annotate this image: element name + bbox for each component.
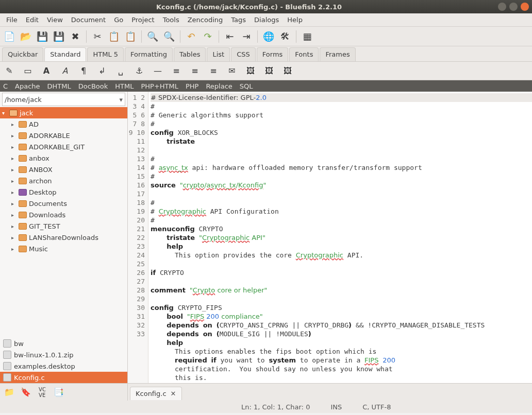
multi-thumb-icon[interactable]: 🖼	[281, 65, 294, 77]
close-icon[interactable]	[521, 3, 529, 11]
menu-file[interactable]: File	[2, 14, 22, 25]
comment-icon[interactable]: ≡	[207, 65, 220, 77]
tab-tables[interactable]: Tables	[174, 47, 206, 61]
maximize-icon[interactable]	[509, 3, 518, 11]
editor[interactable]: 1 2 3 4 5 6 7 8 9 10 11 12 13 14 15 16 1…	[128, 92, 532, 383]
file-examples-desktop[interactable]: examples.desktop	[0, 360, 127, 372]
tab-list[interactable]: List	[207, 47, 230, 61]
line-gutter: 1 2 3 4 5 6 7 8 9 10 11 12 13 14 15 16 1…	[128, 92, 148, 383]
save-as-icon[interactable]: 💾	[52, 29, 66, 44]
menu-go[interactable]: Go	[110, 14, 127, 25]
tab-forms[interactable]: Forms	[257, 47, 289, 61]
paragraph-icon[interactable]: ¶	[77, 65, 90, 77]
tab-formatting[interactable]: Formatting	[125, 47, 173, 61]
tab-html5[interactable]: HTML 5	[87, 47, 124, 61]
unindent-icon[interactable]: ⇤	[223, 29, 237, 44]
filebrowser-icon[interactable]: 📁	[3, 386, 15, 399]
menu-view[interactable]: View	[43, 14, 67, 25]
cut-icon[interactable]: ✂	[90, 29, 105, 44]
lang-html[interactable]: HTML	[115, 82, 134, 90]
thumbnail-icon[interactable]: 🖼	[263, 65, 275, 77]
code-area[interactable]: # SPDX-License-Identifier: GPL-2.0 # # G…	[148, 92, 532, 383]
titlebar: Kconfig.c (/home/jack/Kconfig.c) - Bluef…	[0, 0, 532, 13]
nbsp-icon[interactable]: ␣	[114, 65, 127, 77]
copy-icon[interactable]: 📋	[107, 29, 121, 44]
snippets-icon[interactable]: 📑	[53, 386, 65, 399]
break-icon[interactable]: ↲	[96, 65, 108, 77]
anchor-icon[interactable]: ⚓	[133, 65, 145, 77]
tab-frames[interactable]: Frames	[320, 47, 355, 61]
preferences-icon[interactable]: 🛠	[278, 29, 292, 44]
center-icon[interactable]: ≡	[170, 65, 182, 77]
lang-apache[interactable]: Apache	[15, 82, 40, 90]
lang-phphtml[interactable]: PHP+HTML	[141, 82, 178, 90]
find-icon[interactable]: 🔍	[145, 29, 160, 44]
close-file-icon[interactable]: ✖	[68, 29, 82, 44]
email-icon[interactable]: ✉	[226, 65, 238, 77]
new-file-icon[interactable]: 📄	[2, 29, 16, 44]
tree-item-lansharedownloads[interactable]: ▸LANShareDownloads	[0, 232, 127, 243]
lang-c[interactable]: C	[3, 82, 8, 90]
menu-zencoding[interactable]: Zencoding	[184, 14, 227, 25]
undo-icon[interactable]: ↶	[184, 29, 198, 44]
lang-sql[interactable]: SQL	[240, 82, 253, 90]
tab-quickbar[interactable]: Quickbar	[2, 47, 43, 61]
file-bw[interactable]: bw	[0, 338, 127, 349]
tree-item-archon[interactable]: ▸archon	[0, 175, 127, 186]
folder-tree: ▾jack▸AD▸ADORKABLE▸ADORKABLE_GIT▸anbox▸A…	[0, 107, 127, 338]
tree-item-adorkable_git[interactable]: ▸ADORKABLE_GIT	[0, 141, 127, 152]
document-tab[interactable]: Kconfig.c✕	[130, 387, 182, 400]
tree-item-documents[interactable]: ▸Documents	[0, 198, 127, 209]
tab-css[interactable]: CSS	[231, 47, 256, 61]
open-file-icon[interactable]: 📂	[19, 29, 33, 44]
tree-item-anbox[interactable]: ▸anbox	[0, 152, 127, 164]
charmap-icon[interactable]: VCVE	[36, 386, 48, 399]
menu-document[interactable]: Document	[67, 14, 110, 25]
lang-docbook[interactable]: DocBook	[78, 82, 108, 90]
main-area: /home/jack ▾jack▸AD▸ADORKABLE▸ADORKABLE_…	[0, 92, 532, 383]
lang-replace[interactable]: Replace	[206, 82, 232, 90]
lang-dhtml[interactable]: DHTML	[47, 82, 71, 90]
italic-icon[interactable]: A	[59, 65, 71, 77]
menu-edit[interactable]: Edit	[22, 14, 43, 25]
tree-item-music[interactable]: ▸Music	[0, 243, 127, 254]
tab-fonts[interactable]: Fonts	[289, 47, 319, 61]
main-toolbar: 📄 📂 💾 💾 ✖ ✂ 📋 📋 🔍 🔍 ↶ ↷ ⇤ ⇥ 🌐 🛠 ▦	[0, 27, 532, 46]
tree-item-anbox[interactable]: ▸ANBOX	[0, 164, 127, 175]
file-Kconfig-c[interactable]: Kconfig.c	[0, 372, 127, 383]
bookmarks-icon[interactable]: 🔖	[20, 386, 32, 399]
menu-tools[interactable]: Tools	[159, 14, 184, 25]
indent-icon[interactable]: ⇥	[239, 29, 254, 44]
body-icon[interactable]: ▭	[22, 65, 34, 77]
tree-item-git_test[interactable]: ▸GIT_TEST	[0, 220, 127, 232]
menu-project[interactable]: Project	[127, 14, 158, 25]
browser-preview-icon[interactable]: 🌐	[261, 29, 276, 44]
rightalign-icon[interactable]: ≡	[189, 65, 201, 77]
bold-icon[interactable]: A	[40, 65, 53, 77]
tree-item-adorkable[interactable]: ▸ADORKABLE	[0, 130, 127, 141]
menu-help[interactable]: Help	[283, 14, 307, 25]
tree-item-desktop[interactable]: ▸Desktop	[0, 186, 127, 198]
tree-item-ad[interactable]: ▸AD	[0, 118, 127, 130]
close-tab-icon[interactable]: ✕	[171, 390, 176, 397]
rule-icon[interactable]: —	[152, 65, 164, 77]
save-icon[interactable]: 💾	[35, 29, 49, 44]
menubar: FileEditViewDocumentGoProjectToolsZencod…	[0, 13, 532, 27]
fullscreen-icon[interactable]: ▦	[300, 29, 314, 44]
menu-dialogs[interactable]: Dialogs	[250, 14, 283, 25]
tab-standard[interactable]: Standard	[44, 47, 86, 61]
tree-root[interactable]: ▾jack	[0, 107, 127, 118]
toolbar-tabs: QuickbarStandardHTML 5FormattingTablesLi…	[0, 46, 532, 62]
minimize-icon[interactable]	[498, 3, 506, 11]
status-position: Ln: 1, Col: 1, Char: 0	[241, 403, 310, 411]
file-bw-linux-1-0-1-zip[interactable]: bw-linux-1.0.1.zip	[0, 349, 127, 360]
find-replace-icon[interactable]: 🔍	[162, 29, 176, 44]
paste-icon[interactable]: 📋	[123, 29, 138, 44]
path-selector[interactable]: /home/jack	[2, 93, 125, 106]
menu-tags[interactable]: Tags	[227, 14, 250, 25]
lang-php[interactable]: PHP	[186, 82, 198, 90]
tree-item-downloads[interactable]: ▸Downloads	[0, 209, 127, 220]
redo-icon[interactable]: ↷	[201, 29, 215, 44]
image-icon[interactable]: 🖼	[244, 65, 257, 77]
quickstart-icon[interactable]: ✎	[3, 65, 15, 77]
